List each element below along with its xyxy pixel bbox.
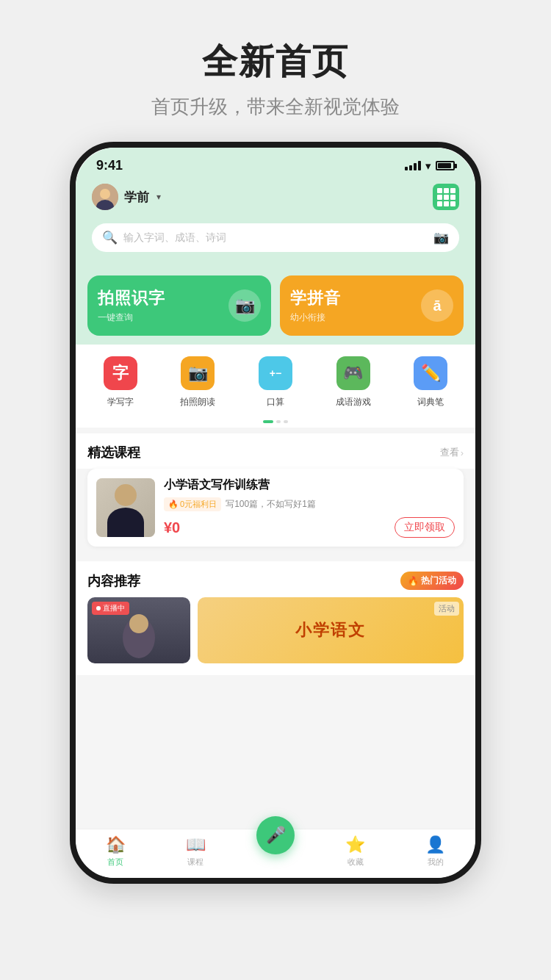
svg-point-4 xyxy=(129,614,148,633)
phone-inner: 9:41 ▾ xyxy=(76,148,475,878)
avatar xyxy=(92,184,118,210)
course-badge-row: 🔥 0元福利日 写100篇，不如写好1篇 xyxy=(164,497,455,511)
nav-profile[interactable]: 👤 我的 xyxy=(410,835,461,868)
course-price: ¥0 xyxy=(164,519,180,536)
pinyin-button[interactable]: 学拼音 幼小衔接 ā xyxy=(280,275,464,336)
course-info: 小学语文写作训练营 🔥 0元福利日 写100篇，不如写好1篇 ¥0 立即领取 xyxy=(164,478,455,538)
live-badge: 直播中 xyxy=(92,602,129,615)
courses-section-header: 精选课程 查看 › xyxy=(76,433,475,469)
nav-courses[interactable]: 📖 课程 xyxy=(170,835,221,868)
dict-pen-label: 词典笔 xyxy=(417,396,444,408)
live-card[interactable]: 直播中 xyxy=(87,597,190,663)
content-title: 内容推荐 xyxy=(87,572,140,590)
pinyin-btn-text: 学拼音 幼小衔接 xyxy=(290,287,341,324)
mic-icon: 🎤 xyxy=(266,826,286,845)
live-badge-text: 直播中 xyxy=(103,603,125,613)
search-placeholder-text: 输入字词、成语、诗词 xyxy=(123,231,428,245)
write-label: 学写字 xyxy=(107,396,134,408)
content-cards: 直播中 小学语文 活动 xyxy=(76,597,475,675)
feature-dict-pen[interactable]: ✏️ 词典笔 xyxy=(408,356,453,408)
main-content: 拍照识字 一键查询 📷 学拼音 幼小衔接 ā 字 学写字 xyxy=(76,265,475,829)
nav-favorites-label: 收藏 xyxy=(347,857,364,868)
bottom-nav: 🏠 首页 📖 课程 ⭐ 收藏 👤 我的 🎤 xyxy=(76,829,475,878)
person-head xyxy=(115,484,137,506)
promo-area: 全新首页 首页升级，带来全新视觉体验 xyxy=(0,0,551,142)
courses-view-all[interactable]: 查看 › xyxy=(440,446,464,459)
teacher-avatar xyxy=(96,478,155,537)
scroll-indicator xyxy=(76,417,475,428)
course-card[interactable]: 小学语文写作训练营 🔥 0元福利日 写100篇，不如写好1篇 ¥0 立即领取 xyxy=(87,469,464,547)
view-all-arrow: › xyxy=(461,447,464,458)
claim-button[interactable]: 立即领取 xyxy=(395,517,455,538)
nav-home-label: 首页 xyxy=(107,857,123,868)
photo-read-label: 拍照朗读 xyxy=(180,396,215,408)
action-buttons-area: 拍照识字 一键查询 📷 学拼音 幼小衔接 ā xyxy=(76,265,475,345)
signal-bar-4 xyxy=(418,161,421,170)
course-thumbnail xyxy=(96,478,155,537)
battery-icon xyxy=(436,161,455,170)
photo-read-icon-box: 📷 xyxy=(181,356,215,390)
nav-courses-label: 课程 xyxy=(187,857,204,868)
mental-math-icon-box: +− xyxy=(259,356,292,390)
gap-1 xyxy=(76,428,475,433)
signal-bar-1 xyxy=(405,167,408,170)
course-title: 小学语文写作训练营 xyxy=(164,478,455,493)
favorites-icon: ⭐ xyxy=(345,835,365,854)
signal-bar-3 xyxy=(414,163,417,170)
status-bar: 9:41 ▾ xyxy=(76,148,475,178)
mic-fab-button[interactable]: 🎤 xyxy=(256,816,295,854)
dot-1 xyxy=(263,420,273,423)
nav-home[interactable]: 🏠 首页 xyxy=(90,835,141,868)
feature-idiom-game[interactable]: 🎮 成语游戏 xyxy=(331,356,375,408)
pinyin-btn-sub: 幼小衔接 xyxy=(290,311,341,324)
feature-mental-math[interactable]: +− 口算 xyxy=(253,356,298,408)
app-header: 学前 ▾ xyxy=(76,178,475,220)
status-icons: ▾ xyxy=(405,159,455,173)
grid-dots-icon xyxy=(437,188,455,206)
user-info[interactable]: 学前 ▾ xyxy=(92,184,161,210)
dropdown-icon: ▾ xyxy=(156,192,161,202)
course-price-row: ¥0 立即领取 xyxy=(164,517,455,538)
feature-photo-read[interactable]: 📷 拍照朗读 xyxy=(176,356,220,408)
nav-favorites[interactable]: ⭐ 收藏 xyxy=(330,835,381,868)
promo-title: 全新首页 xyxy=(202,38,349,85)
grid-menu-button[interactable] xyxy=(433,184,459,210)
phone-shell: 9:41 ▾ xyxy=(70,142,481,884)
mental-math-label: 口算 xyxy=(267,396,284,408)
signal-bars-icon xyxy=(405,161,421,170)
idiom-game-label: 成语游戏 xyxy=(336,396,371,408)
promo-subtitle: 首页升级，带来全新视觉体验 xyxy=(151,94,400,120)
hot-badge-text: 热门活动 xyxy=(421,574,456,587)
search-area: 🔍 输入字词、成语、诗词 📷 xyxy=(76,220,475,265)
photo-btn-icon: 📷 xyxy=(228,289,261,322)
home-icon: 🏠 xyxy=(106,835,126,854)
pinyin-btn-main: 学拼音 xyxy=(290,287,341,309)
camera-search-icon[interactable]: 📷 xyxy=(433,230,449,245)
content-recommend-header: 内容推荐 🔥 热门活动 xyxy=(76,561,475,597)
course-desc: 写100篇，不如写好1篇 xyxy=(226,498,316,511)
battery-fill xyxy=(438,163,451,168)
live-dot-icon xyxy=(96,606,101,610)
search-icon: 🔍 xyxy=(102,230,118,245)
profile-icon: 👤 xyxy=(425,835,445,854)
activity-card[interactable]: 小学语文 活动 xyxy=(198,597,464,663)
person-body xyxy=(107,508,144,537)
features-row: 字 学写字 📷 拍照朗读 +− 口算 🎮 成语游戏 ✏️ 词典笔 xyxy=(76,345,475,417)
courses-icon: 📖 xyxy=(186,835,206,854)
dict-pen-icon-box: ✏️ xyxy=(414,356,447,390)
hot-activity-badge[interactable]: 🔥 热门活动 xyxy=(400,572,464,590)
free-day-badge: 🔥 0元福利日 xyxy=(164,497,221,511)
activity-tag: 活动 xyxy=(434,602,459,616)
photo-recognition-button[interactable]: 拍照识字 一键查询 📷 xyxy=(87,275,271,336)
pinyin-btn-icon: ā xyxy=(421,289,453,322)
feature-write[interactable]: 字 学写字 xyxy=(98,356,143,408)
courses-title: 精选课程 xyxy=(87,444,140,461)
activity-label: 小学语文 xyxy=(295,619,366,641)
idiom-game-icon-box: 🎮 xyxy=(336,356,370,390)
svg-point-1 xyxy=(100,189,110,199)
grade-label: 学前 xyxy=(124,189,149,206)
status-time: 9:41 xyxy=(96,158,123,173)
photo-btn-sub: 一键查询 xyxy=(98,311,165,324)
gap-2 xyxy=(76,555,475,561)
search-bar[interactable]: 🔍 输入字词、成语、诗词 📷 xyxy=(92,223,459,252)
